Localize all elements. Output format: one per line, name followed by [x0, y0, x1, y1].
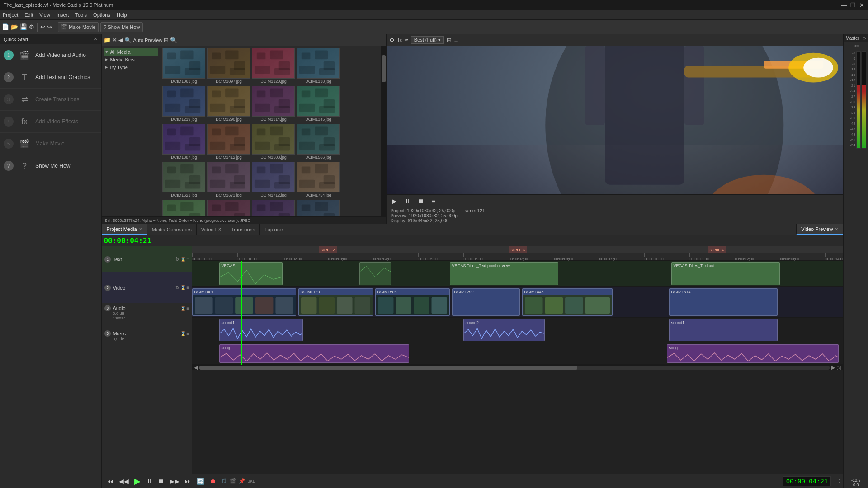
next-frame-btn[interactable]: ▶▶ — [168, 477, 181, 486]
skip-end-btn[interactable]: ⏭ — [183, 477, 193, 486]
text-clip-4[interactable]: VEGAS Titles_Text aut... — [671, 262, 780, 285]
back-icon[interactable]: ◀ — [118, 37, 123, 43]
mute-btn[interactable]: ⌛ — [180, 331, 186, 336]
quickstart-item-5[interactable]: ??Show Me How — [0, 155, 101, 177]
text-clip-3[interactable]: VEGAS Titles_Text point of view — [450, 262, 558, 285]
tree-item-by-type[interactable]: ▸By Type — [104, 63, 158, 71]
settings-icon[interactable]: ⚙ — [29, 23, 34, 30]
media-thumb-18[interactable]: DCIM1901.jpg — [252, 200, 295, 216]
menu-item-project[interactable]: Project — [3, 12, 18, 18]
music-clip-1[interactable]: song — [219, 344, 409, 363]
media-thumb-1[interactable]: DCIM1097.jpg — [207, 48, 250, 84]
menu-item-help[interactable]: Help — [117, 12, 127, 18]
preview-menu-btn[interactable]: ≡ — [429, 197, 437, 206]
audio-clip-1[interactable]: sound1 — [219, 319, 303, 341]
record-btn[interactable]: ⏺ — [208, 477, 218, 486]
media-thumb-11[interactable]: DCIM1566.jpg — [297, 124, 340, 160]
zoom-icon[interactable]: 🔍 — [170, 37, 177, 43]
pause-btn[interactable]: ⏸ — [144, 477, 154, 486]
media-thumb-3[interactable]: DCIM1138.jpg — [297, 48, 340, 84]
tab-video-preview[interactable]: Video Preview ✕ — [796, 224, 843, 235]
text-clip-1[interactable]: VEGAS... — [219, 262, 283, 285]
media-thumb-8[interactable]: DCIM1387.jpg — [162, 124, 205, 160]
scrollbar-thumb[interactable] — [382, 55, 386, 82]
scroll-left-btn[interactable]: ◀ — [194, 365, 198, 371]
show-me-how-button[interactable]: ? Show Me How — [100, 22, 143, 32]
quality-dropdown[interactable]: Best (Full) ▾ — [411, 36, 444, 44]
menu-item-view[interactable]: View — [39, 12, 50, 18]
master-settings-btn[interactable]: ⚙ — [862, 36, 866, 41]
loop-btn[interactable]: 🔄 — [195, 477, 206, 486]
tree-item-all-media[interactable]: ▾All Media — [104, 48, 158, 56]
media-thumb-13[interactable]: DCIM1673.jpg — [207, 162, 250, 198]
env-btn[interactable]: ⌛ — [180, 285, 186, 290]
media-thumb-10[interactable]: DCIM1503.jpg — [252, 124, 295, 160]
tab-close-preview[interactable]: ✕ — [835, 227, 838, 232]
preview-fx-icon[interactable]: fx — [397, 37, 402, 43]
tab-explorer[interactable]: Explorer — [260, 224, 288, 235]
redo-icon[interactable]: ↪ — [47, 23, 52, 30]
media-thumb-9[interactable]: DCIM1412.jpg — [207, 124, 250, 160]
preview-settings-icon[interactable]: ≡ — [454, 37, 458, 43]
media-thumb-2[interactable]: DCIM1120.jpg — [252, 48, 295, 84]
preview-gear-icon[interactable]: ⚙ — [389, 37, 395, 43]
lock-btn[interactable]: ⌛ — [180, 257, 186, 262]
tab-video-fx[interactable]: Video FX — [197, 224, 226, 235]
preview-grid-icon[interactable]: ⊞ — [447, 37, 452, 43]
tree-item-media-bins[interactable]: ▸Media Bins — [104, 56, 158, 63]
tab-close-project[interactable]: ✕ — [139, 227, 142, 232]
media-thumb-5[interactable]: DCIM1290.jpg — [207, 86, 250, 122]
media-thumb-7[interactable]: DCIM1345.jpg — [297, 86, 340, 122]
new-file-icon[interactable]: 📄 — [2, 23, 9, 30]
scrollbar-thumb[interactable] — [199, 366, 577, 370]
preview-stop-btn[interactable]: ⏹ — [416, 197, 426, 206]
undo-icon[interactable]: ↩ — [40, 23, 45, 30]
media-thumb-16[interactable]: DCIM1801.jpg — [162, 200, 205, 216]
preview-play-btn[interactable]: ▶ — [390, 197, 399, 206]
scroll-end-btn[interactable]: ▷| — [837, 365, 842, 371]
text-clip-2[interactable] — [359, 262, 391, 285]
tab-transitions[interactable]: Transitions — [226, 224, 260, 235]
quickstart-close[interactable]: ✕ — [94, 36, 98, 42]
window-controls[interactable]: — ❐ ✕ — [841, 2, 864, 9]
preview-eq-icon[interactable]: ≈ — [405, 37, 408, 43]
skip-start-btn[interactable]: ⏮ — [105, 477, 115, 486]
close-media-icon[interactable]: ✕ — [112, 37, 117, 43]
menu-item-options[interactable]: Options — [93, 12, 110, 18]
video-clip-1[interactable]: DCIM1001 — [192, 288, 296, 316]
video-clip-6[interactable]: DCIM1314 — [669, 288, 778, 316]
music-clip-2[interactable]: song — [667, 344, 839, 363]
video-clip-5[interactable]: DCIM1845 — [522, 288, 613, 316]
save-icon[interactable]: 💾 — [20, 23, 27, 30]
search-icon[interactable]: 🔍 — [124, 37, 132, 43]
preview-pause-btn[interactable]: ⏸ — [402, 197, 412, 206]
media-thumb-12[interactable]: DCIM1621.jpg — [162, 162, 205, 198]
media-thumb-17[interactable]: DCIM1845.jpg — [207, 200, 250, 216]
media-thumb-6[interactable]: DCIM1314.jpg — [252, 86, 295, 122]
play-btn[interactable]: ▶ — [132, 475, 142, 487]
media-thumb-14[interactable]: DCIM1712.jpg — [252, 162, 295, 198]
track-timeline[interactable]: scene 2 scene 3 scene 4 00:00:00;0000:00… — [192, 246, 843, 474]
menu-item-edit[interactable]: Edit — [24, 12, 33, 18]
media-scrollbar[interactable] — [381, 46, 386, 216]
settings-btn[interactable]: ≡ — [187, 257, 189, 262]
mute-btn[interactable]: ⌛ — [180, 306, 186, 311]
stop-btn[interactable]: ⏹ — [156, 477, 166, 486]
timeline-scrollbar[interactable]: ◀ ▶ ▷| — [192, 365, 843, 370]
settings-btn[interactable]: ≡ — [187, 285, 189, 290]
prev-frame-btn[interactable]: ◀◀ — [117, 477, 131, 486]
make-movie-button[interactable]: 🎬 Make Movie — [58, 22, 99, 32]
menu-item-tools[interactable]: Tools — [75, 12, 87, 18]
video-clip-4[interactable]: DCIM1290 — [452, 288, 520, 316]
close-btn[interactable]: ✕ — [859, 2, 864, 9]
maximize-btn[interactable]: ❐ — [850, 2, 856, 9]
settings-btn[interactable]: ≡ — [187, 331, 189, 336]
media-thumb-4[interactable]: DCIM1219.jpg — [162, 86, 205, 122]
media-thumb-19[interactable]: DCIM1999.jpg — [297, 200, 340, 216]
media-thumb-0[interactable]: DCIM1063.jpg — [162, 48, 205, 84]
mute-btn[interactable]: fx — [176, 257, 179, 262]
open-icon[interactable]: 📂 — [11, 23, 18, 30]
video-clip-3[interactable]: DCIM1503 — [375, 288, 450, 316]
menu-item-insert[interactable]: Insert — [57, 12, 69, 18]
video-clip-2[interactable]: DCIM1120 — [298, 288, 373, 316]
